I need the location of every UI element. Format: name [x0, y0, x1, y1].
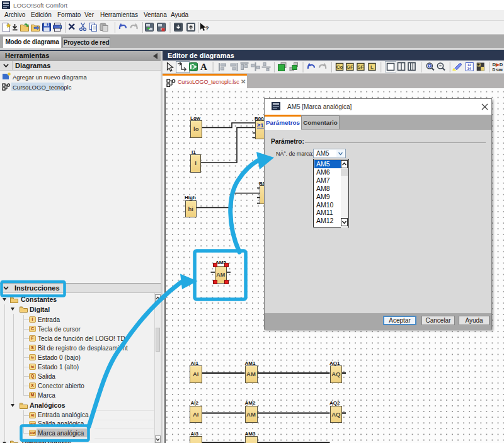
svg-text:DSIM: DSIM — [493, 67, 503, 72]
svg-text:Co: Co — [336, 64, 343, 70]
svg-text:L: L — [370, 64, 374, 70]
svg-text:SF: SF — [357, 64, 364, 70]
svg-text:34: 34 — [467, 67, 472, 71]
svg-text:GF: GF — [346, 64, 353, 70]
svg-text:?: ? — [205, 25, 209, 32]
svg-text:A: A — [200, 62, 207, 72]
svg-text:D▶D: D▶D — [493, 62, 503, 67]
